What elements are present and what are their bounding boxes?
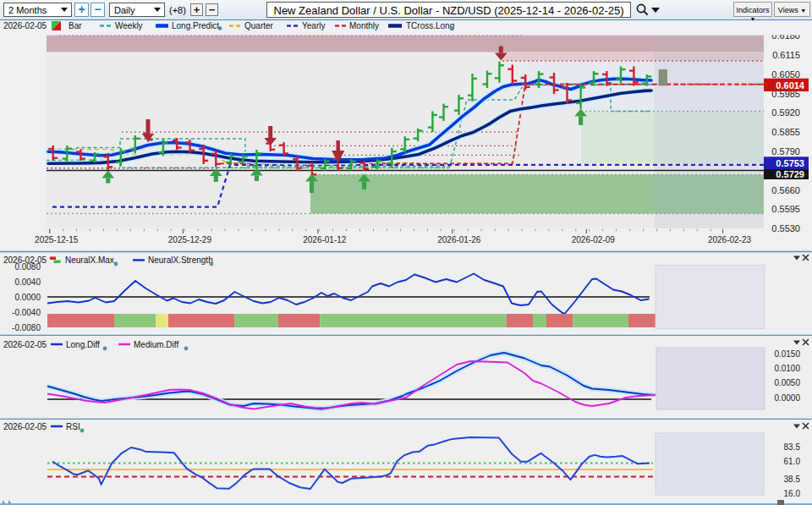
svg-text:RSI: RSI: [66, 422, 80, 431]
svg-text:0.5920: 0.5920: [771, 107, 800, 118]
svg-text:Monthly: Monthly: [349, 21, 379, 30]
svg-text:0.5660: 0.5660: [771, 185, 800, 195]
svg-text:NeuralX.Strength: NeuralX.Strength: [148, 255, 213, 265]
svg-text:0.5530: 0.5530: [771, 223, 800, 233]
svg-text:2025-12-15: 2025-12-15: [35, 235, 79, 244]
svg-text:2026-02-09: 2026-02-09: [572, 235, 616, 244]
svg-text:0.0080: 0.0080: [14, 262, 41, 272]
svg-text:0.6050: 0.6050: [771, 69, 800, 80]
svg-text:0.0050: 0.0050: [774, 378, 800, 387]
svg-text:0.5855: 0.5855: [771, 127, 800, 137]
svg-text:Weekly: Weekly: [115, 21, 143, 30]
svg-text:Long.Diff: Long.Diff: [66, 340, 100, 349]
svg-text:0.5790: 0.5790: [771, 146, 800, 156]
svg-text:Bar: Bar: [69, 21, 82, 30]
svg-text:Quarter: Quarter: [244, 21, 274, 30]
svg-text:38.5: 38.5: [784, 475, 801, 484]
svg-text:0.0100: 0.0100: [774, 364, 800, 373]
svg-text:NeuralX.Max: NeuralX.Max: [65, 255, 114, 265]
svg-text:0.0150: 0.0150: [774, 349, 800, 359]
svg-text:16.0: 16.0: [784, 489, 801, 498]
svg-text:Yearly: Yearly: [302, 21, 325, 30]
svg-text:0.6115: 0.6115: [772, 50, 800, 60]
svg-text:TCross.Long: TCross.Long: [406, 21, 454, 30]
svg-text:0.5729: 0.5729: [776, 169, 804, 179]
svg-text:2026-02-05: 2026-02-05: [3, 21, 47, 30]
svg-text:2026-02-05: 2026-02-05: [3, 422, 47, 431]
svg-text:61.0: 61.0: [784, 457, 801, 466]
svg-text:0.0040: 0.0040: [14, 277, 41, 287]
svg-text:2026-01-12: 2026-01-12: [303, 235, 347, 244]
svg-text:Long.Predict: Long.Predict: [172, 21, 219, 30]
svg-text:2026-01-26: 2026-01-26: [437, 235, 481, 244]
svg-text:0.0000: 0.0000: [14, 293, 41, 302]
svg-text:2026-02-05: 2026-02-05: [3, 340, 47, 349]
svg-text:0.0000: 0.0000: [774, 393, 800, 403]
svg-text:0.6014: 0.6014: [776, 80, 805, 91]
svg-text:0.5753: 0.5753: [776, 158, 804, 168]
svg-text:Medium.Diff: Medium.Diff: [134, 340, 178, 349]
svg-text:0.5595: 0.5595: [771, 204, 800, 214]
svg-text:-0.0080: -0.0080: [12, 323, 41, 332]
svg-text:2026-02-23: 2026-02-23: [708, 235, 752, 244]
svg-text:83.5: 83.5: [784, 442, 801, 452]
svg-text:2025-12-29: 2025-12-29: [168, 235, 212, 244]
svg-text:-0.0040: -0.0040: [12, 308, 41, 317]
